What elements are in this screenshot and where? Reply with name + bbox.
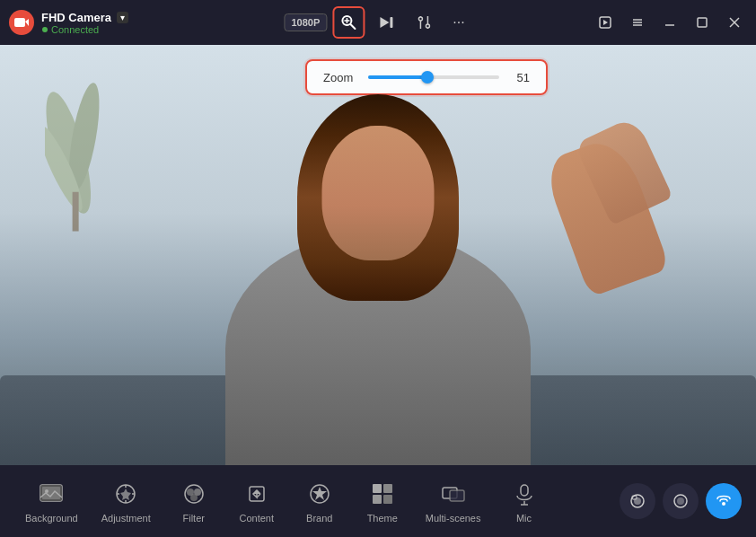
adjustment-icon bbox=[111, 480, 140, 508]
tool-content[interactable]: Content bbox=[226, 472, 287, 531]
multiscenes-label: Multi-scenes bbox=[426, 513, 481, 524]
svg-rect-21 bbox=[698, 18, 707, 27]
resolution-badge[interactable]: 1080P bbox=[284, 13, 327, 31]
app-icon bbox=[9, 10, 34, 35]
svg-point-9 bbox=[418, 17, 422, 21]
tool-multiscenes[interactable]: Multi-scenes bbox=[415, 472, 492, 531]
room-background bbox=[0, 45, 756, 465]
window-controls bbox=[593, 10, 747, 35]
svg-line-4 bbox=[350, 24, 355, 29]
svg-marker-42 bbox=[312, 487, 327, 500]
theme-label: Theme bbox=[367, 513, 398, 524]
svg-rect-48 bbox=[450, 490, 464, 501]
svg-point-36 bbox=[190, 494, 198, 501]
zoom-slider[interactable] bbox=[368, 70, 499, 84]
playback-btn[interactable] bbox=[593, 10, 618, 35]
svg-marker-40 bbox=[253, 489, 260, 494]
svg-point-56 bbox=[677, 497, 684, 505]
adjust-toolbar-btn[interactable] bbox=[408, 6, 440, 39]
camera-capture-btn[interactable] bbox=[620, 483, 655, 519]
svg-marker-1 bbox=[25, 19, 29, 26]
svg-rect-43 bbox=[373, 484, 382, 493]
video-area: Zoom 51 bbox=[0, 45, 756, 465]
bottom-toolbar: Background Adjustment bbox=[0, 465, 756, 537]
svg-point-2 bbox=[42, 27, 48, 32]
skip-toolbar-btn[interactable] bbox=[370, 6, 402, 39]
zoom-label: Zoom bbox=[323, 71, 356, 84]
zoom-thumb[interactable] bbox=[421, 71, 434, 84]
theme-icon bbox=[368, 480, 397, 508]
tool-background[interactable]: Background bbox=[14, 472, 89, 531]
toolbar-center: 1080P ··· bbox=[284, 6, 471, 39]
filter-icon bbox=[180, 480, 208, 508]
tool-theme[interactable]: Theme bbox=[352, 472, 413, 531]
multiscenes-icon bbox=[439, 480, 468, 508]
right-controls bbox=[620, 483, 742, 519]
title-dropdown[interactable]: ▾ bbox=[117, 12, 128, 23]
minimize-btn[interactable] bbox=[657, 10, 682, 35]
svg-marker-7 bbox=[380, 17, 389, 28]
stream-btn[interactable] bbox=[706, 483, 742, 519]
person-silhouette bbox=[0, 45, 756, 465]
svg-point-57 bbox=[722, 502, 725, 506]
mic-icon bbox=[510, 480, 539, 508]
tool-mic[interactable]: Mic bbox=[494, 472, 555, 531]
content-label: Content bbox=[239, 513, 274, 524]
menu-btn[interactable] bbox=[625, 10, 650, 35]
zoom-value: 51 bbox=[512, 71, 530, 84]
svg-rect-45 bbox=[373, 495, 382, 504]
svg-marker-16 bbox=[603, 20, 608, 25]
close-btn[interactable] bbox=[722, 10, 747, 35]
svg-point-53 bbox=[634, 497, 641, 505]
svg-rect-49 bbox=[521, 485, 528, 496]
title-bar: FHD Camera ▾ Connected 1080P bbox=[0, 0, 756, 45]
connected-text: Connected bbox=[51, 24, 99, 35]
svg-point-10 bbox=[426, 24, 429, 28]
mic-label: Mic bbox=[516, 513, 532, 524]
bottom-tools: Background Adjustment bbox=[14, 472, 555, 531]
background-icon bbox=[37, 480, 66, 508]
tool-brand[interactable]: Brand bbox=[289, 472, 350, 531]
more-toolbar-btn[interactable]: ··· bbox=[445, 11, 471, 34]
content-icon bbox=[242, 480, 271, 508]
tool-filter[interactable]: Filter bbox=[163, 472, 224, 531]
app-title-group: FHD Camera ▾ Connected bbox=[41, 11, 128, 35]
svg-rect-8 bbox=[390, 17, 392, 28]
zoom-toolbar-btn[interactable] bbox=[332, 6, 365, 39]
zoom-track bbox=[368, 75, 499, 79]
app-title: FHD Camera bbox=[41, 11, 111, 24]
zoom-fill bbox=[368, 75, 427, 79]
maximize-btn[interactable] bbox=[690, 10, 715, 35]
svg-rect-44 bbox=[383, 484, 392, 493]
filter-label: Filter bbox=[183, 513, 205, 524]
svg-rect-0 bbox=[14, 18, 25, 27]
brand-icon bbox=[305, 480, 334, 508]
tool-adjustment[interactable]: Adjustment bbox=[91, 472, 162, 531]
zoom-overlay: Zoom 51 bbox=[305, 59, 548, 95]
svg-rect-46 bbox=[383, 495, 392, 504]
brand-label: Brand bbox=[306, 513, 332, 524]
connected-status: Connected bbox=[41, 24, 128, 35]
adjustment-label: Adjustment bbox=[101, 513, 151, 524]
record-btn[interactable] bbox=[663, 483, 699, 519]
background-label: Background bbox=[25, 513, 78, 524]
